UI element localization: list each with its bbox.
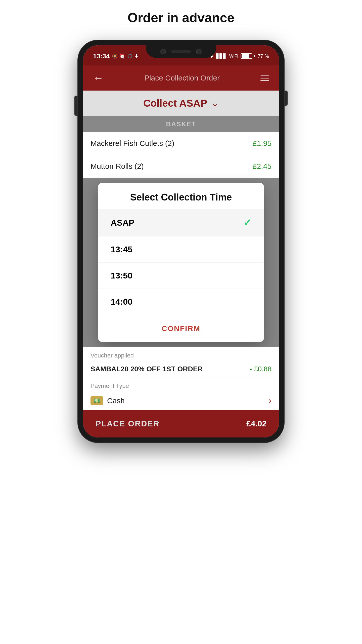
back-button[interactable]: ← bbox=[93, 72, 104, 84]
option-1400[interactable]: 14:00 bbox=[98, 289, 264, 315]
nav-title: Place Collection Order bbox=[144, 74, 220, 82]
payment-chevron-icon: › bbox=[268, 395, 272, 406]
menu-button[interactable] bbox=[260, 75, 269, 81]
option-1350-label: 13:50 bbox=[111, 271, 132, 280]
status-bar: 13:34 🔕 ⏰ 🎵 ⬇ ✱ ▊▊▊ WiFi bbox=[83, 45, 279, 65]
select-collection-modal: Select Collection Time ASAP ✓ 13:45 13:5… bbox=[98, 183, 264, 342]
place-order-label: PLACE ORDER bbox=[96, 419, 160, 428]
basket-item: Mackerel Fish Cutlets (2) £1.95 bbox=[90, 132, 272, 155]
option-1350[interactable]: 13:50 bbox=[98, 263, 264, 289]
collect-asap-label: Collect ASAP bbox=[143, 98, 207, 109]
download-icon: ⬇ bbox=[134, 53, 138, 59]
mute-icon: 🔕 bbox=[112, 53, 117, 59]
payment-row[interactable]: 💵 Cash › bbox=[90, 391, 272, 410]
battery-percent: 77 % bbox=[257, 53, 269, 59]
alarm-icon: ⏰ bbox=[119, 53, 125, 59]
item-price-1: £1.95 bbox=[253, 139, 272, 148]
payment-method: Cash bbox=[107, 396, 125, 405]
page-title: Order in advance bbox=[128, 10, 235, 25]
collect-chevron-icon: ⌄ bbox=[211, 98, 219, 109]
modal-options-list: ASAP ✓ 13:45 13:50 14:00 bbox=[98, 209, 264, 315]
basket-items: Mackerel Fish Cutlets (2) £1.95 Mutton R… bbox=[83, 132, 279, 178]
phone-frame: 13:34 🔕 ⏰ 🎵 ⬇ ✱ ▊▊▊ WiFi bbox=[78, 40, 284, 442]
top-nav: ← Place Collection Order bbox=[83, 65, 279, 91]
voucher-code: SAMBAL20 20% OFF 1ST ORDER bbox=[90, 365, 203, 373]
modal-overlay: Select Collection Time ASAP ✓ 13:45 13:5… bbox=[83, 178, 279, 347]
notch bbox=[146, 45, 216, 58]
option-1345-label: 13:45 bbox=[111, 245, 132, 254]
voucher-discount: - £0.88 bbox=[250, 365, 272, 373]
cash-icon: 💵 bbox=[90, 396, 103, 405]
basket-header: BASKET bbox=[83, 116, 279, 132]
status-right: ✱ ▊▊▊ WiFi 77 % bbox=[210, 53, 269, 59]
phone-screen: 13:34 🔕 ⏰ 🎵 ⬇ ✱ ▊▊▊ WiFi bbox=[83, 45, 279, 437]
item-name-2: Mutton Rolls (2) bbox=[90, 162, 144, 171]
speaker bbox=[171, 50, 191, 53]
modal-title: Select Collection Time bbox=[98, 183, 264, 209]
option-asap[interactable]: ASAP ✓ bbox=[98, 209, 264, 236]
signal-icon: ▊▊▊ bbox=[216, 53, 227, 59]
item-price-2: £2.45 bbox=[253, 162, 272, 171]
check-icon: ✓ bbox=[243, 217, 251, 228]
place-order-total: £4.02 bbox=[246, 419, 266, 428]
music-icon: 🎵 bbox=[127, 53, 132, 59]
power-button[interactable] bbox=[285, 91, 288, 106]
phone-wrapper: 13:34 🔕 ⏰ 🎵 ⬇ ✱ ▊▊▊ WiFi bbox=[78, 40, 284, 442]
front-camera-2 bbox=[196, 49, 202, 54]
collect-asap-bar[interactable]: Collect ASAP ⌄ bbox=[83, 91, 279, 116]
voucher-label: Voucher applied bbox=[90, 352, 272, 359]
front-camera bbox=[160, 49, 166, 54]
confirm-button[interactable]: CONFIRM bbox=[98, 315, 264, 342]
payment-label: Payment Type bbox=[90, 382, 272, 389]
volume-button[interactable] bbox=[74, 96, 77, 116]
item-name-1: Mackerel Fish Cutlets (2) bbox=[90, 139, 174, 148]
place-order-bar[interactable]: PLACE ORDER £4.02 bbox=[83, 410, 279, 437]
basket-item-2: Mutton Rolls (2) £2.45 bbox=[90, 155, 272, 178]
voucher-row: SAMBAL20 20% OFF 1ST ORDER - £0.88 bbox=[90, 361, 272, 377]
bottom-section: Voucher applied SAMBAL20 20% OFF 1ST ORD… bbox=[83, 347, 279, 410]
time-display: 13:34 bbox=[93, 52, 110, 60]
option-asap-label: ASAP bbox=[111, 218, 134, 228]
option-1400-label: 14:00 bbox=[111, 297, 132, 307]
option-1345[interactable]: 13:45 bbox=[98, 236, 264, 263]
payment-left: 💵 Cash bbox=[90, 396, 125, 405]
battery-icon bbox=[241, 53, 255, 59]
status-time: 13:34 🔕 ⏰ 🎵 ⬇ bbox=[93, 52, 138, 60]
wifi-icon: WiFi bbox=[229, 54, 238, 59]
